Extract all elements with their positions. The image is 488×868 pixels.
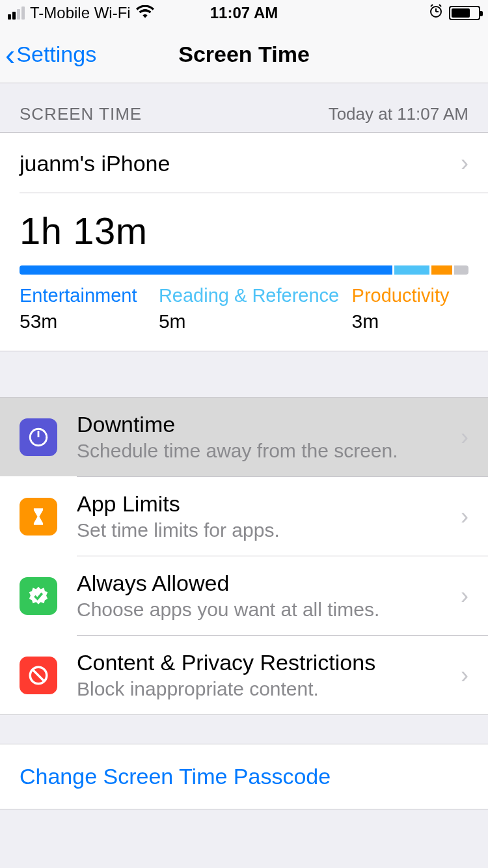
chevron-right-icon: ›	[461, 662, 468, 689]
status-time: 11:07 AM	[210, 4, 278, 22]
carrier-label: T-Mobile Wi-Fi	[30, 4, 131, 22]
back-label: Settings	[16, 42, 96, 67]
usage-block[interactable]: 1h 13m Entertainment53mReading & Referen…	[0, 193, 488, 351]
usage-categories: Entertainment53mReading & Reference5mPro…	[20, 285, 468, 332]
signal-bars-icon	[8, 7, 25, 20]
usage-category-time: 5m	[159, 310, 352, 332]
usage-total: 1h 13m	[20, 209, 468, 252]
usage-group: juanm's iPhone › 1h 13m Entertainment53m…	[0, 132, 488, 351]
content-privacy-icon	[20, 657, 57, 694]
wifi-icon	[136, 4, 154, 22]
downtime-row[interactable]: DowntimeSchedule time away from the scre…	[0, 398, 488, 476]
section-header: SCREEN TIME Today at 11:07 AM	[0, 83, 488, 132]
features-group: DowntimeSchedule time away from the scre…	[0, 397, 488, 715]
usage-category: Reading & Reference5m	[159, 285, 352, 332]
section-header-left: SCREEN TIME	[20, 104, 142, 124]
section-header-right: Today at 11:07 AM	[329, 104, 468, 124]
device-name: juanm's iPhone	[20, 151, 170, 176]
chevron-right-icon: ›	[461, 582, 468, 610]
chevron-right-icon: ›	[461, 150, 468, 177]
usage-category-time: 53m	[20, 310, 159, 332]
usage-bar-chart	[20, 265, 468, 275]
app-limits-row[interactable]: App LimitsSet time limits for apps.›	[0, 477, 488, 556]
content-privacy-subtitle: Block inappropriate content.	[77, 678, 468, 700]
always-allowed-row[interactable]: Always AllowedChoose apps you want at al…	[0, 556, 488, 635]
device-row[interactable]: juanm's iPhone ›	[0, 133, 488, 193]
usage-bar-segment-other	[454, 265, 468, 275]
content-privacy-row[interactable]: Content & Privacy RestrictionsBlock inap…	[0, 636, 488, 714]
chevron-right-icon: ›	[461, 424, 468, 451]
usage-category-name: Reading & Reference	[159, 285, 352, 306]
change-passcode-row[interactable]: Change Screen Time Passcode	[0, 744, 488, 809]
always-allowed-subtitle: Choose apps you want at all times.	[77, 599, 468, 621]
usage-bar-segment	[431, 265, 452, 275]
status-bar: T-Mobile Wi-Fi 11:07 AM	[0, 0, 488, 26]
chevron-left-icon: ‹	[5, 40, 15, 70]
usage-category: Entertainment53m	[20, 285, 159, 332]
change-passcode-label: Change Screen Time Passcode	[20, 764, 331, 789]
usage-bar-segment	[20, 265, 392, 275]
chevron-right-icon: ›	[461, 503, 468, 530]
svg-line-4	[439, 5, 441, 7]
downtime-icon	[20, 418, 57, 456]
back-button[interactable]: ‹ Settings	[5, 26, 96, 83]
page-title: Screen Time	[178, 42, 310, 67]
app-limits-icon	[20, 498, 57, 536]
downtime-title: Downtime	[77, 412, 468, 437]
always-allowed-title: Always Allowed	[77, 571, 468, 596]
alarm-icon	[428, 3, 444, 23]
app-limits-title: App Limits	[77, 491, 468, 517]
battery-icon	[449, 6, 480, 20]
content-privacy-title: Content & Privacy Restrictions	[77, 650, 468, 675]
nav-bar: ‹ Settings Screen Time	[0, 26, 488, 83]
downtime-subtitle: Schedule time away from the screen.	[77, 440, 468, 462]
usage-bar-segment	[394, 265, 429, 275]
usage-category-name: Entertainment	[20, 285, 159, 306]
app-limits-subtitle: Set time limits for apps.	[77, 519, 468, 541]
svg-line-3	[431, 5, 433, 7]
svg-line-8	[33, 670, 44, 681]
always-allowed-icon	[20, 577, 57, 615]
usage-category: Productivity3m	[352, 285, 468, 332]
usage-category-name: Productivity	[352, 285, 468, 306]
usage-category-time: 3m	[352, 310, 468, 332]
